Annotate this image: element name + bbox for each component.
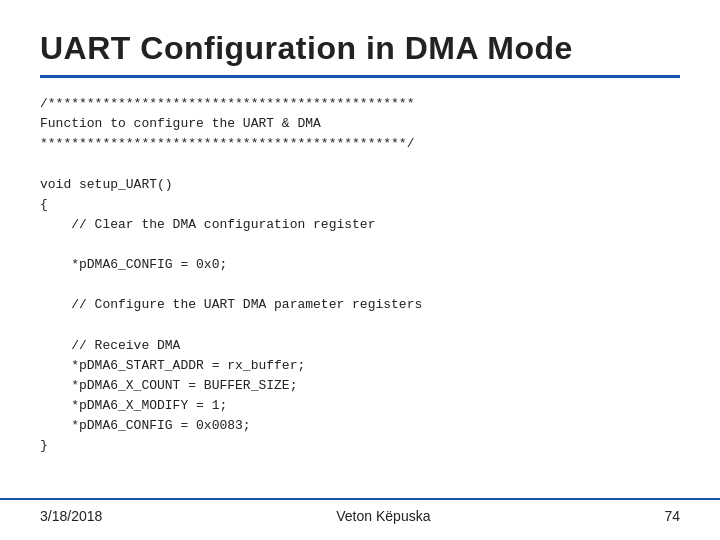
slide: UART Configuration in DMA Mode /********… [0, 0, 720, 540]
footer-author: Veton Këpuska [336, 508, 430, 524]
footer-date: 3/18/2018 [40, 508, 102, 524]
code-comment-header: /***************************************… [40, 94, 680, 154]
footer-page: 74 [664, 508, 680, 524]
slide-footer: 3/18/2018 Veton Këpuska 74 [0, 498, 720, 524]
title-underline [40, 75, 680, 78]
code-body: void setup_UART() { // Clear the DMA con… [40, 154, 680, 456]
slide-title: UART Configuration in DMA Mode [40, 30, 680, 67]
